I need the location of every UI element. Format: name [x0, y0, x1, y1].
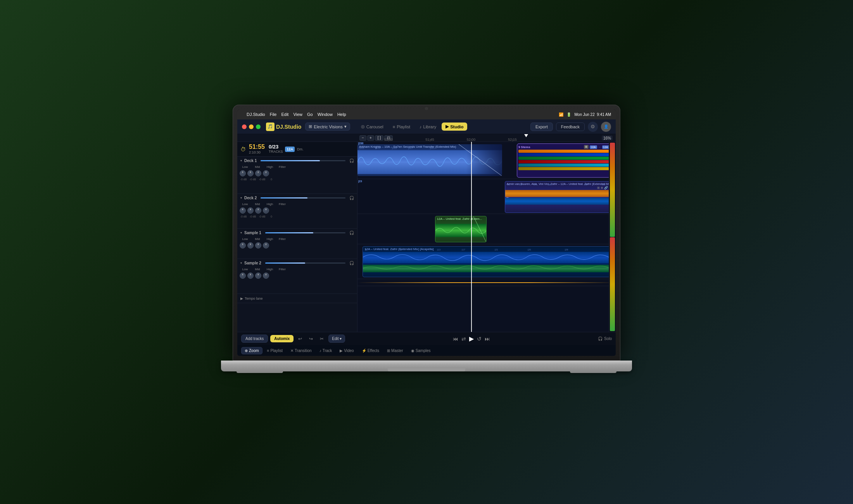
deck2-header: ▾ Deck 2 🎧 [237, 194, 357, 202]
deck1-mid-knob[interactable] [247, 170, 254, 176]
add-tracks-button[interactable]: Add tracks [241, 335, 268, 343]
deck1-track-row: Arkham Knights – 10A – Sa7en Seconds Unt… [357, 142, 616, 179]
mode-master[interactable]: ⊞ Master [384, 347, 406, 354]
deck2-low-knob[interactable] [240, 207, 246, 214]
sample1-fader[interactable] [265, 232, 345, 233]
stems-arrow: → [598, 146, 601, 148]
deck2-fader[interactable] [261, 197, 345, 198]
menu-help[interactable]: Help [337, 112, 346, 117]
loop-button[interactable]: ↺ [477, 336, 482, 342]
playlist-label: Playlist [397, 124, 410, 129]
sample2-low-knob[interactable] [240, 273, 246, 279]
feedback-button[interactable]: Feedback [556, 123, 585, 131]
sample1-low-knob[interactable] [240, 242, 246, 249]
sample1-clip-label: 12A – United feat. Zafrir (Exten... [437, 217, 482, 221]
mode-zoom[interactable]: ⊕ Zoom [241, 347, 262, 354]
effects-mode-icon: ⚡ [362, 349, 366, 353]
deck1-headphone-icon[interactable]: 🎧 [349, 159, 354, 163]
edit-button[interactable]: Edit ▾ [328, 335, 345, 343]
deck1-high-knob[interactable] [255, 170, 261, 176]
sample2-collapse-icon[interactable]: ▾ [240, 261, 242, 265]
deck1-filter-db: 0 [268, 178, 275, 181]
export-button[interactable]: Export [530, 123, 553, 131]
sample2-fader[interactable] [265, 262, 345, 264]
user-avatar[interactable]: 👤 [601, 122, 611, 132]
mode-track[interactable]: ♪ Track [316, 347, 335, 354]
tab-carousel[interactable]: ◎ Carousel [357, 123, 387, 131]
deck1-fader[interactable] [261, 160, 345, 161]
transport-info: ⏱ 51:55 2:10:30 0/23 TRACKS 12A Dm. [237, 142, 357, 157]
sample1-collapse-icon[interactable]: ▾ [240, 231, 242, 235]
tab-playlist[interactable]: ≡ Playlist [389, 123, 414, 131]
deck2-high-label: High [264, 202, 275, 206]
deck1-collapse-icon[interactable]: ▾ [240, 159, 242, 162]
stem-band-4 [518, 160, 613, 163]
menu-go[interactable]: Go [307, 112, 313, 117]
skip-back-button[interactable]: ⏮ [453, 336, 458, 342]
main-content: ⏱ 51:55 2:10:30 0/23 TRACKS 12A Dm. [237, 142, 616, 332]
sample2-eq-labels: Low Mid High Filter [237, 267, 357, 272]
deck1-clip-main[interactable]: Arkham Knights – 10A – Sa7en Seconds Unt… [357, 144, 502, 176]
scissors-button[interactable]: ✂ [318, 335, 326, 343]
project-badge-icon: ⊞ [309, 124, 312, 129]
menu-file[interactable]: File [270, 112, 277, 117]
menu-view[interactable]: View [293, 112, 302, 117]
deck2-high-knob[interactable] [255, 207, 261, 214]
play-button[interactable]: ▶ [469, 335, 474, 342]
mode-samples[interactable]: ◉ Samples [408, 347, 434, 354]
deck2-filter-knob[interactable] [263, 207, 269, 214]
automix-button[interactable]: Automix [270, 335, 294, 342]
skip-forward-button[interactable]: ⏭ [485, 336, 490, 342]
deck2-collapse-icon[interactable]: ▾ [240, 196, 242, 200]
title-bar-right: Export Feedback ⚙ 👤 [530, 122, 611, 132]
menu-window[interactable]: Window [318, 112, 333, 117]
deck2-mid-knob[interactable] [247, 207, 254, 214]
deck2-clip-main[interactable]: Armin van Buuren, Alok, Vini Vici, Zafri… [505, 181, 613, 213]
tempo-lane-collapse[interactable]: ▶ [240, 297, 243, 300]
track-count: 0/23 [269, 144, 283, 150]
mode-effects[interactable]: ⚡ Effects [359, 347, 382, 354]
mode-transition[interactable]: ✕ Transition [287, 347, 315, 354]
deck1-high-label: High [264, 165, 275, 169]
tab-studio[interactable]: ▶ Studio [442, 123, 467, 131]
deck2-low-db: -0 dB [240, 215, 247, 218]
deck1-filter-knob[interactable] [263, 170, 269, 176]
deck2-headphone-icon[interactable]: 🎧 [349, 196, 354, 200]
sample1-headphone-icon[interactable]: 🎧 [349, 231, 354, 235]
mode-playlist[interactable]: ≡ Playlist [264, 347, 286, 354]
stems-popup[interactable]: 9 Stems ⊞ 10A → 12A ✕ [517, 143, 615, 178]
settings-button[interactable]: ⚙ [588, 122, 598, 132]
deck1-name: Deck 1 [244, 159, 257, 163]
stems-icon: ⊞ [584, 145, 589, 149]
sample2-clip[interactable]: 12A – United feat. Zafrir (Extended Mix)… [363, 246, 610, 277]
mode-video[interactable]: ▶ Video [337, 347, 357, 354]
menu-edit[interactable]: Edit [281, 112, 288, 117]
maximize-button[interactable] [256, 124, 261, 129]
sample2-high-knob[interactable] [255, 273, 261, 279]
deck2-fader-fill [261, 197, 307, 198]
sample1-filter-knob[interactable] [263, 242, 269, 249]
sample2-filter-knob[interactable] [263, 273, 269, 279]
redo-button[interactable]: ↪ [307, 335, 315, 343]
title-bar: 🎵 DJ.Studio ⊞ Electric Visions ▾ ◎ Carou… [237, 119, 616, 134]
ruler-mark-1: 51:30 [384, 138, 393, 142]
sample1-high-label: High [264, 237, 275, 241]
sample1-high-knob[interactable] [255, 242, 261, 249]
track-count-group: 0/23 TRACKS [269, 144, 283, 154]
macos-menu-left: DJ.Studio File Edit View Go Window Help [242, 112, 346, 117]
minimize-button[interactable] [249, 124, 254, 129]
sample1-mid-knob[interactable] [247, 242, 254, 249]
solo-button[interactable]: 🎧 Solo [598, 337, 612, 341]
undo-button[interactable]: ↩ [296, 335, 304, 343]
menu-app[interactable]: DJ.Studio [247, 112, 265, 117]
close-button[interactable] [242, 124, 247, 129]
deck1-low-knob[interactable] [240, 170, 246, 176]
tab-library[interactable]: ♪ Library [416, 123, 440, 131]
shuffle-button[interactable]: ⇄ [461, 336, 466, 342]
project-badge[interactable]: ⊞ Electric Visions ▾ [305, 123, 350, 131]
sample2-mid-knob[interactable] [247, 273, 254, 279]
samples-mode-label: Samples [416, 349, 431, 353]
sample1-clip[interactable]: 12A – United feat. Zafrir (Exten... [435, 216, 487, 242]
sample2-headphone-icon[interactable]: 🎧 [349, 261, 354, 265]
sample2-eq-knobs [237, 272, 357, 280]
